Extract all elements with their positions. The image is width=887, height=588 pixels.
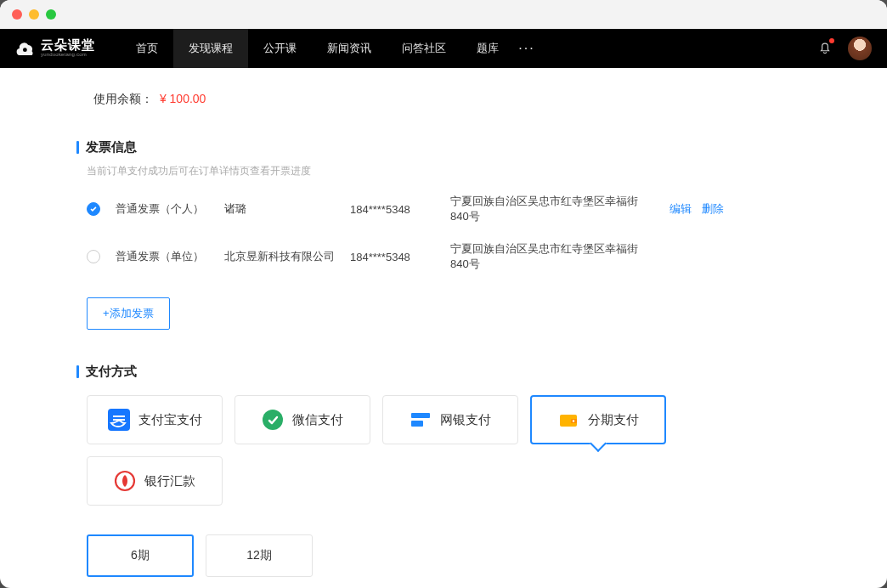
window-minimize[interactable] [29,9,39,20]
svg-point-2 [263,410,283,430]
bank-icon [114,470,136,492]
pay-method-installment[interactable]: 分期支付 [530,395,666,444]
invoice-type: 普通发票（单位） [116,249,209,264]
check-icon [89,205,98,213]
invoice-name: 北京昱新科技有限公司 [224,249,335,264]
pay-method-alipay[interactable]: 支付宝支付 [87,395,223,444]
invoice-section-subtitle: 当前订单支付成功后可在订单详情页查看开票进度 [87,164,811,178]
period-option[interactable]: 12期 [206,534,313,577]
nav-discover-courses[interactable]: 发现课程 [173,29,248,68]
titlebar [0,0,887,29]
nav-open-courses[interactable]: 公开课 [248,29,312,68]
svg-point-7 [573,420,574,421]
top-nav: 云朵课堂 yunduoketang.com 首页 发现课程 公开课 新闻资讯 问… [0,29,887,68]
logo-text-cn: 云朵课堂 [41,38,95,51]
invoice-type: 普通发票（个人） [116,201,209,217]
invoice-delete-link[interactable]: 删除 [702,202,724,215]
wechat-icon [262,409,284,431]
wallet-icon [557,409,579,431]
invoice-row: 普通发票（个人） 诸璐 184****5348 宁夏回族自治区吴忠市红寺堡区幸福… [87,194,811,224]
invoice-row: 普通发票（单位） 北京昱新科技有限公司 184****5348 宁夏回族自治区吴… [87,241,811,272]
app-window: 云朵课堂 yunduoketang.com 首页 发现课程 公开课 新闻资讯 问… [0,0,887,588]
notifications-button[interactable] [817,40,833,58]
installment-periods: 6期 12期 [76,534,811,577]
invoice-actions: 编辑 删除 [669,201,731,217]
invoice-radio[interactable] [87,250,100,263]
user-avatar[interactable] [848,37,872,60]
logo-text-en: yunduoketang.com [41,51,95,58]
svg-rect-3 [411,413,430,418]
pay-method-label: 支付宝支付 [138,412,202,428]
nav-home[interactable]: 首页 [121,29,173,68]
invoice-phone: 184****5348 [350,251,435,263]
cloud-logo-icon [15,37,37,59]
invoice-address: 宁夏回族自治区吴忠市红寺堡区幸福街840号 [450,194,654,224]
content: 使用余额： ¥ 100.00 发票信息 当前订单支付成功后可在订单详情页查看开票… [0,68,887,588]
balance-row: 使用余额： ¥ 100.00 [76,68,811,131]
invoice-address: 宁夏回族自治区吴忠市红寺堡区幸福街840号 [450,241,654,272]
invoice-name: 诸璐 [224,201,335,217]
pay-method-wechat[interactable]: 微信支付 [234,395,370,444]
nav-question-bank[interactable]: 题库 [461,29,514,68]
nav-news[interactable]: 新闻资讯 [312,29,387,68]
alipay-icon [108,409,130,431]
add-invoice-button[interactable]: +添加发票 [87,297,170,330]
pay-method-label: 微信支付 [292,412,343,428]
invoice-phone: 184****5348 [350,203,435,216]
pay-method-bank[interactable]: 银行汇款 [87,456,223,506]
period-option[interactable]: 6期 [87,534,194,577]
balance-label: 使用余额： [93,92,153,105]
unionpay-icon [410,409,432,431]
balance-amount: ¥ 100.00 [160,92,206,105]
window-close[interactable] [12,9,22,20]
invoice-section: 发票信息 当前订单支付成功后可在订单详情页查看开票进度 普通发票（个人） 诸璐 … [76,139,811,330]
svg-point-0 [23,48,27,52]
pay-method-label: 网银支付 [440,412,491,428]
invoice-list: 普通发票（个人） 诸璐 184****5348 宁夏回族自治区吴忠市红寺堡区幸福… [76,194,811,272]
pay-method-label: 银行汇款 [144,473,195,489]
window-maximize[interactable] [46,9,56,20]
invoice-radio[interactable] [87,202,100,216]
payment-section: 支付方式 支付宝支付 微信支付 [76,364,811,588]
pay-method-unionpay[interactable]: 网银支付 [382,395,518,444]
nav-qa-community[interactable]: 问答社区 [387,29,461,68]
notification-dot [829,38,834,43]
nav-more[interactable]: ··· [514,41,540,56]
pay-method-label: 分期支付 [588,412,639,428]
invoice-edit-link[interactable]: 编辑 [669,202,692,215]
logo[interactable]: 云朵课堂 yunduoketang.com [15,37,95,59]
payment-methods: 支付宝支付 微信支付 网银支付 [76,395,811,506]
svg-rect-4 [411,421,423,427]
payment-section-title: 支付方式 [76,364,811,380]
invoice-section-title: 发票信息 [76,139,811,155]
